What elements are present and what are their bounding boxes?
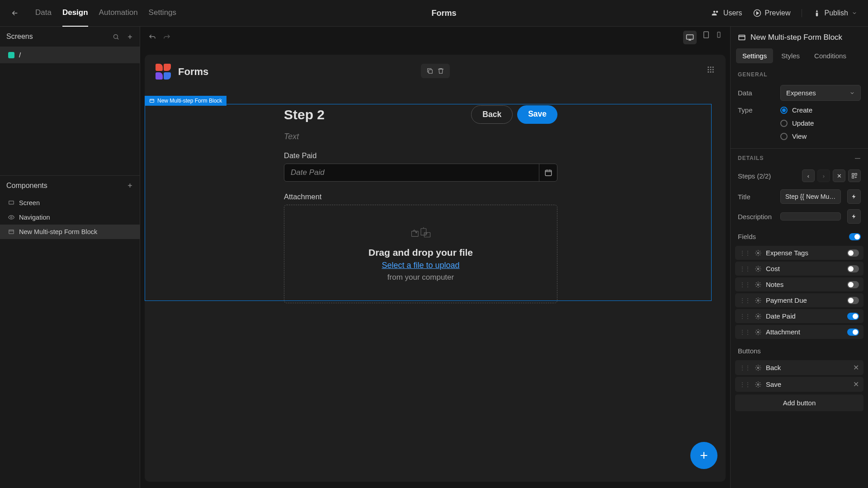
plus-icon[interactable]	[127, 33, 133, 40]
field-item[interactable]: ⋮⋮Cost	[735, 262, 863, 276]
drag-handle-icon[interactable]: ⋮⋮	[740, 313, 750, 319]
radio-create[interactable]: Create	[780, 106, 861, 114]
title-input[interactable]: Step {{ New Multi-s…	[780, 189, 841, 204]
canvas[interactable]: Forms New Multi-step Form Block Step 2	[145, 55, 726, 482]
file-dropzone[interactable]: Drag and drop your file Select a file to…	[284, 205, 557, 303]
dropzone-link[interactable]: Select a file to upload	[382, 261, 459, 270]
drag-handle-icon[interactable]: ⋮⋮	[740, 266, 750, 272]
play-icon	[753, 9, 761, 17]
rp-tab-settings[interactable]: Settings	[736, 48, 773, 63]
radio-view[interactable]: View	[780, 132, 861, 140]
drag-handle-icon[interactable]: ⋮⋮	[740, 297, 750, 304]
redo-icon[interactable]	[163, 33, 171, 42]
rp-tab-conditions[interactable]: Conditions	[808, 48, 853, 63]
form-back-button[interactable]: Back	[471, 105, 513, 124]
add-button[interactable]: Add button	[735, 394, 863, 411]
tree-nav-label: Navigation	[19, 214, 50, 221]
screens-label: Screens	[6, 33, 33, 41]
block-selection-tag[interactable]: New Multi-step Form Block	[145, 96, 226, 106]
drag-handle-icon[interactable]: ⋮⋮	[740, 381, 750, 388]
svg-point-21	[415, 232, 416, 233]
gear-icon[interactable]	[755, 329, 761, 335]
remove-button-icon[interactable]: ✕	[853, 380, 859, 389]
rp-tabs: Settings Styles Conditions	[731, 48, 868, 63]
gear-icon[interactable]	[755, 297, 761, 304]
add-fab[interactable]: +	[690, 442, 717, 469]
calendar-icon[interactable]	[539, 164, 557, 181]
form-save-button[interactable]: Save	[517, 105, 557, 124]
radio-update[interactable]: Update	[780, 119, 861, 127]
data-select[interactable]: Expenses	[780, 85, 861, 101]
screen-item-root[interactable]: /	[0, 47, 140, 63]
component-tree: Screen Navigation New Multi-step Form Bl…	[0, 196, 140, 239]
components-header: Components	[0, 175, 140, 196]
gear-icon[interactable]	[755, 282, 761, 288]
description-input[interactable]	[780, 212, 841, 221]
field-item[interactable]: ⋮⋮Date Paid	[735, 309, 863, 323]
title-label: Title	[738, 193, 776, 201]
undo-icon[interactable]	[148, 33, 156, 42]
details-section-header[interactable]: DETAILS —	[731, 149, 868, 168]
date-paid-input[interactable]: Date Paid	[284, 164, 557, 182]
description-binding-button[interactable]	[847, 209, 861, 224]
step-remove-button[interactable]: ✕	[833, 169, 845, 182]
field-toggle[interactable]	[847, 328, 859, 336]
tab-design[interactable]: Design	[62, 0, 88, 27]
step-prev-button[interactable]: ‹	[802, 169, 815, 182]
gear-icon[interactable]	[755, 266, 761, 272]
field-item[interactable]: ⋮⋮Notes	[735, 277, 863, 291]
search-icon[interactable]	[113, 33, 119, 40]
drag-handle-icon[interactable]: ⋮⋮	[740, 282, 750, 288]
drag-handle-icon[interactable]: ⋮⋮	[740, 250, 750, 256]
svg-rect-22	[421, 228, 426, 235]
field-item[interactable]: ⋮⋮Payment Due	[735, 293, 863, 307]
tab-data[interactable]: Data	[35, 0, 52, 27]
device-mobile[interactable]	[716, 31, 722, 44]
device-desktop[interactable]	[683, 31, 697, 44]
data-select-value: Expenses	[786, 89, 816, 97]
tree-item-navigation[interactable]: Navigation	[0, 210, 140, 225]
gear-icon[interactable]	[755, 381, 761, 388]
drag-handle-icon[interactable]: ⋮⋮	[740, 329, 750, 335]
tab-settings[interactable]: Settings	[149, 0, 176, 27]
field-item[interactable]: ⋮⋮Expense Tags	[735, 246, 863, 260]
radio-circle	[780, 120, 788, 127]
screen-icon	[8, 200, 14, 206]
users-button[interactable]: Users	[712, 9, 742, 17]
preview-button[interactable]: Preview	[753, 9, 791, 17]
button-item[interactable]: ⋮⋮Save✕	[735, 377, 863, 392]
button-item[interactable]: ⋮⋮Back✕	[735, 360, 863, 375]
title-binding-button[interactable]	[847, 189, 861, 204]
rp-tab-styles[interactable]: Styles	[775, 48, 806, 63]
step-next-button[interactable]: ›	[817, 169, 830, 182]
field-toggle[interactable]	[847, 249, 859, 257]
gear-icon[interactable]	[755, 313, 761, 319]
dropzone-subtitle: from your computer	[387, 273, 454, 282]
tree-item-form-block[interactable]: New Multi-step Form Block	[0, 225, 140, 239]
radio-circle	[780, 133, 788, 140]
field-toggle[interactable]	[847, 297, 859, 304]
remove-button-icon[interactable]: ✕	[853, 363, 859, 372]
delete-icon[interactable]	[437, 67, 444, 75]
drag-handle-icon[interactable]: ⋮⋮	[740, 365, 750, 371]
field-item[interactable]: ⋮⋮Attachment	[735, 325, 863, 339]
svg-rect-20	[411, 231, 418, 236]
duplicate-icon[interactable]	[426, 67, 434, 75]
tree-item-screen[interactable]: Screen	[0, 196, 140, 210]
device-tablet[interactable]	[702, 31, 710, 44]
svg-point-34	[757, 367, 759, 369]
fields-master-toggle[interactable]	[849, 233, 861, 240]
gear-icon[interactable]	[755, 365, 761, 371]
field-toggle[interactable]	[847, 313, 859, 320]
field-toggle[interactable]	[847, 265, 859, 272]
publish-button[interactable]: Publish	[802, 9, 857, 17]
back-arrow-icon[interactable]	[11, 9, 19, 17]
plus-icon[interactable]	[127, 182, 133, 189]
center-toolbar	[140, 27, 730, 48]
field-toggle[interactable]	[847, 281, 859, 288]
step-add-button[interactable]	[848, 169, 861, 182]
tab-automation[interactable]: Automation	[99, 0, 138, 27]
topbar-left: Data Design Automation Settings	[11, 0, 176, 27]
app-menu-icon[interactable]	[707, 66, 715, 74]
gear-icon[interactable]	[755, 250, 761, 256]
